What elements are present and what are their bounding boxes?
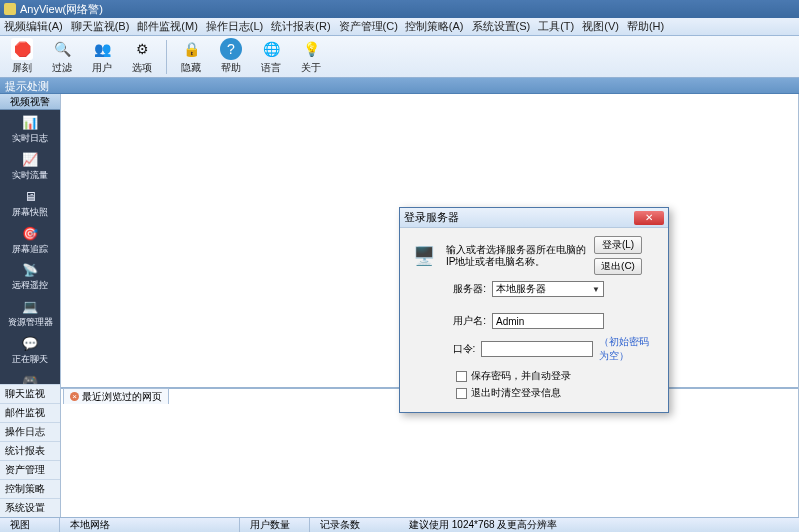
- toolbar-label: 隐藏: [181, 61, 201, 75]
- target-icon: 🎯: [19, 224, 41, 242]
- toolbar-users-button[interactable]: 👥 用户: [84, 38, 120, 76]
- graph-icon: 📈: [19, 150, 41, 168]
- sidebar-link[interactable]: 操作日志: [0, 422, 60, 441]
- toolbar-label: 关于: [301, 61, 321, 75]
- toolbar-label: 用户: [92, 61, 112, 75]
- gear-icon: ⚙: [131, 38, 153, 60]
- sidebar-item-gaming[interactable]: 🎮正在游戏: [0, 368, 60, 384]
- sidebar-item-label: 远程遥控: [12, 279, 48, 292]
- bottom-panel-tab-label: 最近浏览过的网页: [82, 390, 162, 404]
- sidebar-bottom-links: 聊天监视 邮件监视 操作日志 统计报表 资产管理 控制策略 系统设置: [0, 384, 60, 517]
- username-input[interactable]: [492, 313, 604, 329]
- sidebar-link[interactable]: 邮件监视: [0, 403, 60, 422]
- login-button[interactable]: 登录(L): [594, 236, 642, 254]
- sidebar-item-screentrack[interactable]: 🎯屏幕追踪: [0, 221, 60, 258]
- status-resolution-hint: 建议使用 1024*768 及更高分辨率: [400, 518, 799, 532]
- gamepad-icon: 🎮: [19, 371, 41, 384]
- funnel-icon: 🔍: [51, 38, 73, 60]
- menu-item[interactable]: 视图(V): [582, 19, 619, 34]
- password-input[interactable]: [481, 341, 593, 357]
- remember-label: 保存密码，并自动登录: [471, 369, 571, 383]
- sidebar-link[interactable]: 资产管理: [0, 460, 60, 479]
- sidebar-item-label: 屏幕快照: [12, 206, 48, 219]
- sidebar-item-traffic[interactable]: 📈实时流量: [0, 147, 60, 184]
- remember-checkbox[interactable]: [456, 371, 467, 382]
- sidebar-item-label: 实时日志: [12, 132, 48, 145]
- chart-icon: 📊: [19, 113, 41, 131]
- toolbar-label: 语言: [261, 61, 281, 75]
- window-titlebar: AnyView(网络警): [0, 0, 799, 18]
- menu-item[interactable]: 统计报表(R): [271, 19, 330, 34]
- remember-checkbox-row: 保存密码，并自动登录: [456, 369, 658, 383]
- dialog-titlebar[interactable]: 登录服务器 ✕: [400, 208, 668, 228]
- clear-checkbox-row: 退出时清空登录信息: [456, 386, 658, 400]
- toolbar-language-button[interactable]: 🌐 语言: [253, 38, 289, 76]
- users-icon: 👥: [91, 38, 113, 60]
- app-icon: [4, 3, 16, 15]
- monitor-icon: 🖥: [19, 187, 41, 205]
- bulb-icon: 💡: [300, 38, 322, 60]
- close-icon[interactable]: ×: [70, 392, 79, 401]
- antenna-icon: 📡: [19, 261, 41, 278]
- menu-bar: 视频编辑(A) 聊天监视(B) 邮件监视(M) 操作日志(L) 统计报表(R) …: [0, 18, 799, 36]
- toolbar-label: 帮助: [221, 61, 241, 75]
- dialog-title: 登录服务器: [404, 210, 459, 225]
- clear-checkbox[interactable]: [456, 388, 467, 399]
- sidebar-item-explorer[interactable]: 💻资源管理器: [0, 294, 60, 331]
- toolbar-label: 选项: [132, 61, 152, 75]
- clear-label: 退出时清空登录信息: [471, 386, 561, 400]
- menu-item[interactable]: 聊天监视(B): [71, 19, 130, 34]
- sidebar-item-label: 屏幕追踪: [12, 243, 48, 256]
- toolbar-screen-button[interactable]: 🛑 屏刻: [4, 38, 40, 76]
- toolbar-help-button[interactable]: ? 帮助: [213, 38, 249, 76]
- bottom-panel-tab[interactable]: × 最近浏览过的网页: [63, 388, 169, 404]
- exit-button[interactable]: 退出(C): [594, 258, 642, 275]
- sidebar-link[interactable]: 控制策略: [0, 479, 60, 498]
- menu-item[interactable]: 工具(T): [538, 19, 574, 34]
- toolbar-about-button[interactable]: 💡 关于: [293, 38, 329, 76]
- toolbar-hide-button[interactable]: 🔒 隐藏: [173, 38, 209, 76]
- section-title-strip: 提示处测: [0, 78, 799, 94]
- password-label: 口令:: [446, 342, 475, 356]
- toolbar: 🛑 屏刻 🔍 过滤 👥 用户 ⚙ 选项 🔒 隐藏 ? 帮助 🌐 语言 💡 关于: [0, 36, 799, 78]
- sidebar-item-screenshot[interactable]: 🖥屏幕快照: [0, 184, 60, 221]
- sidebar-item-chat[interactable]: 💬正在聊天: [0, 331, 60, 368]
- sidebar-item-label: 资源管理器: [8, 316, 53, 329]
- menu-item[interactable]: 邮件监视(M): [137, 19, 198, 34]
- toolbar-label: 过滤: [52, 61, 72, 75]
- sidebar-header: 视频视警: [0, 94, 60, 110]
- toolbar-filter-button[interactable]: 🔍 过滤: [44, 38, 80, 76]
- sidebar-link[interactable]: 统计报表: [0, 441, 60, 460]
- login-dialog: 登录服务器 ✕ 🖥️ 输入或者选择服务器所在电脑的IP地址或者电脑名称。 登录(…: [400, 207, 669, 413]
- server-select[interactable]: 本地服务器 ▼: [492, 281, 604, 297]
- toolbar-divider: [166, 40, 167, 74]
- server-icon: 🖥️: [410, 242, 438, 269]
- menu-item[interactable]: 视频编辑(A): [4, 19, 63, 34]
- status-view: 视图: [0, 518, 60, 532]
- sidebar-item-remote[interactable]: 📡远程遥控: [0, 258, 60, 294]
- globe-icon: 🌐: [260, 38, 282, 60]
- menu-item[interactable]: 控制策略(A): [405, 19, 464, 34]
- chat-icon: 💬: [19, 334, 41, 352]
- username-label: 用户名:: [446, 314, 486, 328]
- menu-item[interactable]: 操作日志(L): [206, 19, 263, 34]
- dialog-close-button[interactable]: ✕: [634, 211, 664, 225]
- sidebar-link[interactable]: 系统设置: [0, 498, 60, 517]
- password-hint[interactable]: （初始密码为空）: [599, 335, 658, 363]
- sidebar-link[interactable]: 聊天监视: [0, 384, 60, 403]
- dialog-body: 🖥️ 输入或者选择服务器所在电脑的IP地址或者电脑名称。 登录(L) 退出(C)…: [400, 228, 668, 412]
- toolbar-options-button[interactable]: ⚙ 选项: [124, 38, 160, 76]
- status-usercount: 用户数量: [240, 518, 310, 532]
- sidebar-item-label: 正在聊天: [12, 353, 48, 366]
- status-records: 记录条数: [310, 518, 400, 532]
- menu-item[interactable]: 帮助(H): [627, 19, 664, 34]
- server-label: 服务器:: [446, 282, 486, 296]
- menu-item[interactable]: 资产管理(C): [339, 19, 398, 34]
- status-bar: 视图 本地网络 用户数量 记录条数 建议使用 1024*768 及更高分辨率: [0, 517, 799, 532]
- menu-item[interactable]: 系统设置(S): [472, 19, 531, 34]
- status-network: 本地网络: [60, 518, 240, 532]
- server-select-value: 本地服务器: [496, 282, 546, 296]
- sidebar-item-log[interactable]: 📊实时日志: [0, 110, 60, 147]
- sidebar-item-label: 实时流量: [12, 169, 48, 182]
- toolbar-label: 屏刻: [12, 61, 32, 75]
